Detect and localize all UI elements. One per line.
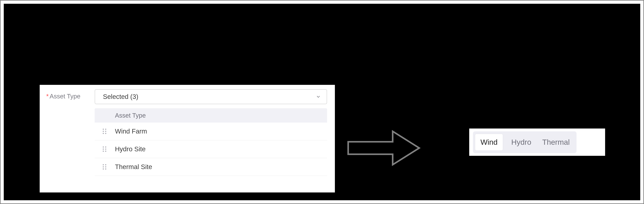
svg-point-1 — [105, 129, 106, 130]
svg-point-8 — [103, 149, 104, 150]
svg-point-12 — [103, 164, 104, 166]
asset-type-label: Asset Type — [50, 93, 80, 100]
svg-point-9 — [105, 149, 106, 150]
asset-type-select-value: Selected (3) — [103, 93, 138, 100]
asset-type-field-body: Selected (3) Asset Type — [95, 89, 335, 176]
tab-hydro[interactable]: Hydro — [508, 134, 534, 151]
asset-type-list-header-text: Asset Type — [115, 112, 146, 119]
svg-point-15 — [105, 166, 106, 168]
arrow-right-icon — [348, 130, 421, 166]
drag-handle-icon[interactable] — [101, 128, 108, 135]
list-item-label: Wind Farm — [115, 128, 147, 135]
asset-type-field: * Asset Type Selected (3) Asset Type — [40, 89, 335, 176]
svg-point-10 — [103, 151, 104, 152]
asset-type-label-wrap: * Asset Type — [46, 89, 95, 103]
tab-thermal[interactable]: Thermal — [539, 134, 572, 151]
list-item-label: Thermal Site — [115, 163, 152, 171]
svg-point-7 — [105, 147, 106, 148]
asset-type-tabs: Wind Hydro Thermal — [473, 131, 576, 153]
svg-marker-18 — [348, 131, 419, 165]
tabs-panel: Wind Hydro Thermal — [469, 129, 605, 156]
drag-handle-icon[interactable] — [101, 163, 108, 171]
asset-type-list-header: Asset Type — [95, 108, 327, 123]
svg-point-11 — [105, 151, 106, 152]
required-asterisk: * — [46, 93, 49, 99]
asset-type-list: Asset Type Wind Farm Hydr — [95, 108, 327, 176]
list-item[interactable]: Hydro Site — [95, 140, 327, 158]
diagram-canvas: * Asset Type Selected (3) Asset Type — [4, 4, 640, 200]
svg-point-2 — [103, 131, 104, 132]
svg-point-0 — [103, 129, 104, 130]
svg-point-4 — [103, 133, 104, 134]
svg-point-6 — [103, 147, 104, 148]
chevron-down-icon — [316, 94, 321, 99]
svg-point-16 — [103, 169, 104, 170]
svg-point-13 — [105, 164, 106, 166]
diagram-frame: * Asset Type Selected (3) Asset Type — [0, 0, 644, 204]
asset-type-form-panel: * Asset Type Selected (3) Asset Type — [40, 85, 335, 193]
list-item[interactable]: Thermal Site — [95, 158, 327, 176]
drag-handle-icon[interactable] — [101, 146, 108, 153]
svg-point-14 — [103, 166, 104, 168]
list-item-label: Hydro Site — [115, 145, 146, 153]
list-item[interactable]: Wind Farm — [95, 123, 327, 140]
svg-point-3 — [105, 131, 106, 132]
svg-point-17 — [105, 169, 106, 170]
asset-type-select[interactable]: Selected (3) — [95, 89, 327, 104]
tab-wind[interactable]: Wind — [475, 134, 503, 151]
svg-point-5 — [105, 133, 106, 134]
